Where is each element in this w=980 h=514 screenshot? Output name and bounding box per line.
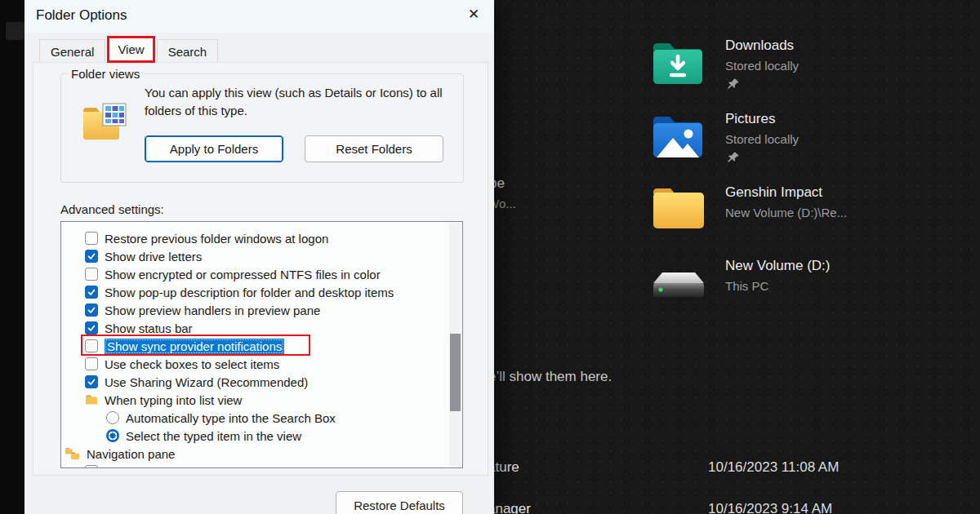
explorer-item-subtitle: This PC [725,279,768,293]
advanced-setting-label[interactable]: Restore previous folder windows at logon [105,232,328,246]
tab-search[interactable]: Search [157,39,219,63]
tab-view[interactable]: View [107,36,154,63]
radio-unselected-icon[interactable] [106,411,119,424]
advanced-setting-row[interactable]: Select the typed item in the view [61,427,462,445]
explorer-item-subtitle: Stored locally [725,59,799,73]
dialog-titlebar: Folder Options ✕ [24,0,494,33]
explorer-item-title[interactable]: Pictures [725,111,775,127]
folder-views-legend: Folder views [67,67,144,81]
advanced-setting-row[interactable]: Show preview handlers in preview pane [61,301,462,319]
explorer-item-pictures[interactable]: PicturesStored locally [652,109,978,183]
explorer-item-new-volume-d-[interactable]: New Volume (D:)This PC [652,256,978,330]
checkbox-checked-icon[interactable] [85,286,98,299]
checkbox-checked-icon[interactable] [85,250,98,263]
tab-strip: GeneralViewSearch [39,36,218,63]
downloads-folder-icon[interactable] [652,39,704,90]
background-window-fragment [6,22,24,40]
advanced-setting-label[interactable]: Navigation pane [87,447,175,461]
advanced-setting-row[interactable]: Navigation pane [61,445,462,463]
checkbox-unchecked-icon[interactable] [85,339,98,352]
background-window-edge [0,0,24,514]
advanced-settings-label: Advanced settings: [60,202,164,216]
advanced-setting-row[interactable]: Always show availability status [61,463,462,468]
explorer-item-genshin-impact[interactable]: Genshin ImpactNew Volume (D:)\Re... [652,183,978,256]
advanced-setting-label[interactable]: When typing into list view [105,393,242,407]
folder-views-description: You can apply this view (such as Details… [145,84,457,120]
checkbox-unchecked-icon[interactable] [85,232,98,245]
explorer-item-title[interactable]: Downloads [725,38,794,54]
advanced-setting-label[interactable]: Select the typed item in the view [126,429,301,443]
checkbox-unchecked-icon[interactable] [85,357,98,370]
advanced-setting-row[interactable]: When typing into list view [61,391,462,409]
tab-general[interactable]: General [39,39,105,63]
reset-folders-button[interactable]: Reset Folders [305,135,443,162]
close-icon[interactable]: ✕ [461,2,487,26]
advanced-settings-list[interactable]: Restore previous folder windows at logon… [60,221,463,468]
explorer-item-subtitle: New Volume (D:)\Re... [725,206,847,219]
advanced-setting-label[interactable]: Show drive letters [105,250,202,264]
checkbox-unchecked-icon[interactable] [85,465,98,468]
advanced-setting-label[interactable]: Automatically type into the Search Box [126,411,336,425]
detail-row-date: 10/16/2023 11:08 AM [708,459,839,476]
advanced-setting-row[interactable]: Show sync provider notifications [61,337,462,355]
explorer-item-downloads[interactable]: DownloadsStored locally [652,36,978,109]
folder-icon [85,394,98,405]
advanced-setting-row[interactable]: Restore previous folder windows at logon [61,229,462,247]
folder-icon[interactable] [652,186,706,233]
pictures-folder-icon[interactable] [652,113,704,163]
advanced-setting-label[interactable]: Show sync provider notifications [105,339,284,354]
checkbox-unchecked-icon[interactable] [85,268,98,281]
folder-with-details-grid-icon [82,101,127,145]
restore-defaults-button[interactable]: Restore Defaults [336,491,463,514]
advanced-setting-label[interactable]: Use Sharing Wizard (Recommended) [105,375,308,389]
apply-to-folders-button[interactable]: Apply to Folders [145,135,283,162]
advanced-setting-row[interactable]: Show drive letters [61,247,462,265]
drive-icon[interactable] [652,265,706,308]
advanced-setting-label[interactable]: Show status bar [105,321,193,335]
checkbox-checked-icon[interactable] [85,375,98,388]
dialog-title: Folder Options [36,7,127,24]
advanced-setting-row[interactable]: Show status bar [61,319,462,337]
advanced-setting-row[interactable]: Show pop-up description for folder and d… [61,283,462,301]
pin-icon [727,78,739,94]
detail-row-date: 10/16/2023 9:14 AM [708,501,832,514]
advanced-setting-row[interactable]: Automatically type into the Search Box [61,409,462,427]
radio-selected-icon[interactable] [106,429,119,442]
pin-icon [727,152,739,167]
explorer-item-title[interactable]: New Volume (D:) [725,258,830,274]
advanced-setting-label[interactable]: Always show availability status [105,465,271,469]
recent-files-hint: e’ll show them here. [488,369,612,385]
explorer-item-title[interactable]: Genshin Impact [725,184,822,201]
advanced-setting-row[interactable]: Use check boxes to select items [61,355,462,373]
checkbox-checked-icon[interactable] [85,321,98,335]
advanced-setting-row[interactable]: Show encrypted or compressed NTFS files … [61,265,462,283]
tree-folders-icon [65,447,80,460]
folder-options-dialog: Folder Options ✕ GeneralViewSearch Folde… [24,0,494,514]
advanced-setting-label[interactable]: Use check boxes to select items [105,357,279,371]
explorer-item-subtitle: Stored locally [725,132,799,146]
advanced-setting-row[interactable]: Use Sharing Wizard (Recommended) [61,373,462,391]
advanced-setting-label[interactable]: Show pop-up description for folder and d… [105,286,394,299]
advanced-setting-label[interactable]: Show encrypted or compressed NTFS files … [105,268,381,281]
checkbox-checked-icon[interactable] [85,304,98,317]
advanced-setting-label[interactable]: Show preview handlers in preview pane [105,304,320,317]
